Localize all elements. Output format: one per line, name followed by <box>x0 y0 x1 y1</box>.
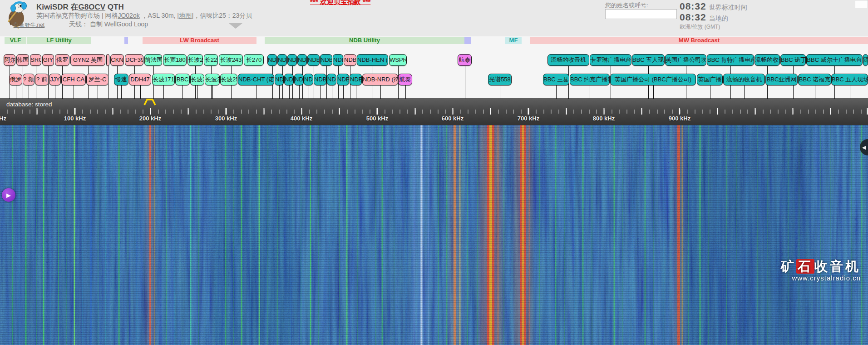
dx-label[interactable]: NDB-NRD (待 <box>362 74 398 85</box>
watermark: 矿石收音机 www.crystalradio.cn <box>781 259 861 283</box>
waterfall[interactable] <box>0 125 868 345</box>
dx-label[interactable]: 前法国 <box>144 54 162 66</box>
dx-label[interactable]: 长宽180 <box>163 54 187 66</box>
frequency-scale[interactable]: database: stored Hz100 kHz200 kHz300 kHz… <box>0 98 868 125</box>
dx-label[interactable]: ? 前 <box>35 74 49 85</box>
dx-label[interactable]: 航泰 <box>398 74 412 85</box>
dx-label[interactable]: 长270 <box>244 54 264 66</box>
dx-label[interactable]: BBC <box>175 74 190 85</box>
dx-label-stem <box>782 85 782 99</box>
dx-label[interactable]: ND <box>287 54 297 66</box>
dx-label[interactable]: WSPR <box>389 54 407 66</box>
dx-label[interactable]: BBC 诺福克 <box>798 74 831 85</box>
dx-label[interactable]: ND <box>267 54 277 66</box>
dx-label[interactable]: ND <box>297 54 307 66</box>
antenna-link[interactable]: 自制 WellGood Loop <box>90 20 148 28</box>
frequency-label: 300 kHz <box>215 115 237 122</box>
dx-label[interactable]: DDH47 <box>129 74 151 85</box>
dx-label[interactable]: ND <box>294 74 304 85</box>
passband-marker-icon[interactable] <box>143 98 157 106</box>
play-button[interactable]: ▶ <box>2 188 15 202</box>
dx-label[interactable]: NDB-HEN (亨 <box>357 54 388 66</box>
dx-label[interactable]: 英国广播公司 (BBC广播公司) <box>610 74 696 85</box>
band-bar[interactable] <box>464 37 471 44</box>
chevron-down-icon[interactable] <box>229 23 242 29</box>
dx-label[interactable]: 光谱558 <box>488 74 512 85</box>
dx-label[interactable]: 长波2 <box>205 74 220 85</box>
dx-label[interactable]: 卡罗琳广播电台 <box>590 54 631 66</box>
band-bar-mw-broadcast[interactable]: MW Broadcast <box>530 37 868 44</box>
band-bar-vlf[interactable]: VLF <box>5 37 26 44</box>
dx-label-stem <box>289 85 290 99</box>
dx-label[interactable]: 俄罗 <box>9 74 22 85</box>
dx-label[interactable]: 流畅的收音机 <box>547 54 589 66</box>
grid-link[interactable]: JO02ok <box>118 12 139 19</box>
frequency-label: 900 kHz <box>669 115 690 122</box>
dx-label[interactable]: 罗兰-C <box>86 74 108 85</box>
dx-label[interactable]: GYN2 英国 <box>70 54 105 66</box>
dx-label[interactable]: 长波25 <box>220 74 237 85</box>
dx-label[interactable]: ND <box>275 74 284 85</box>
dx-label[interactable]: BBC 威尔士广播电台 <box>806 54 863 66</box>
dx-label-stem <box>299 85 300 99</box>
dx-label[interactable]: ND <box>277 54 287 66</box>
copyright-link[interactable]: © 蓝野牛.net <box>14 21 44 29</box>
dx-label[interactable]: ND <box>304 74 313 85</box>
name-field-label: 您的姓名或呼号: <box>605 1 648 10</box>
dx-label-stem <box>98 85 98 99</box>
dx-label[interactable]: BBC 诺丁 <box>780 54 806 66</box>
dx-label[interactable]: DCF39 <box>125 54 143 66</box>
dx-label[interactable]: NDB <box>307 54 320 66</box>
dx-label[interactable]: BBC 肯特广播电台 <box>707 54 754 66</box>
band-bar[interactable] <box>124 37 128 44</box>
dx-label[interactable]: 英国广播公司坎 <box>665 54 706 66</box>
dx-label[interactable]: 长波2 <box>190 74 204 85</box>
dx-label[interactable]: NDB <box>344 54 356 66</box>
dx-label[interactable]: GIY <box>42 54 54 66</box>
dx-label[interactable]: CKN <box>110 54 124 66</box>
dx-label[interactable]: NDB <box>350 74 362 85</box>
dx-label[interactable] <box>106 54 109 66</box>
dx-label[interactable]: NDB <box>333 54 343 66</box>
dx-label[interactable]: CFH CA <box>61 74 86 85</box>
dx-label[interactable]: BBC 三县 <box>543 74 569 85</box>
dx-label[interactable]: 长波243 <box>219 54 243 66</box>
dx-label[interactable]: 流畅的收音机 <box>723 74 765 85</box>
dx-label[interactable]: NDB <box>337 74 349 85</box>
scrollbar[interactable] <box>855 0 868 8</box>
callsign-link[interactable]: G8OCV <box>79 3 106 11</box>
dx-label[interactable]: NDB-CHT (诺 <box>238 74 274 85</box>
donation-marquee[interactable]: *** 欢迎贝宝捐款 *** <box>310 0 370 6</box>
dx-label[interactable]: 长22 <box>204 54 218 66</box>
database-status: database: stored <box>6 101 52 108</box>
name-input[interactable] <box>605 9 677 19</box>
band-bar-lw-broadcast[interactable]: LW Broadcast <box>143 37 256 44</box>
dx-label[interactable]: ND <box>284 74 294 85</box>
band-bar-ndb-utility[interactable]: NDB Utility <box>265 37 464 44</box>
dx-label[interactable]: 长波2 <box>187 54 203 66</box>
dx-label[interactable]: NDB <box>320 54 332 66</box>
dx-label[interactable]: 航泰 <box>458 54 472 66</box>
dx-label[interactable]: BBC亚洲网 <box>765 74 798 85</box>
dx-label[interactable]: ND <box>327 74 336 85</box>
clock: 08:32世界标准时间 08:32当地的 欧洲/伦敦 (GMT) <box>680 1 747 31</box>
dx-label[interactable]: SRC <box>30 54 41 66</box>
dx-label[interactable]: 慢速 <box>114 74 128 85</box>
band-bar-mf[interactable]: MF <box>505 37 522 44</box>
dx-label[interactable]: BBC 五人现场 <box>831 74 868 85</box>
dx-label[interactable]: BBC 五人现场 <box>632 54 665 66</box>
dx-label[interactable]: 长波171 <box>152 74 175 85</box>
dx-label[interactable]: 韩国 <box>16 54 29 66</box>
dx-label[interactable]: ? 频 <box>23 74 35 85</box>
dx-label-stem <box>197 85 198 99</box>
dx-label[interactable]: BBC 约克广播电台 <box>570 74 610 85</box>
dx-label[interactable]: NDB- <box>314 74 326 85</box>
dx-label[interactable]: 流畅 <box>863 54 868 66</box>
dx-label[interactable]: 阿尔 <box>4 54 15 66</box>
dx-label[interactable]: 流畅的收音 <box>755 54 780 66</box>
map-link[interactable]: 地图 <box>179 12 192 19</box>
dx-label[interactable]: JJY <box>49 74 61 85</box>
dx-label[interactable]: 英国广播 <box>697 74 723 85</box>
band-bar-lf-utility[interactable]: LF Utility <box>27 37 91 44</box>
dx-label[interactable]: 俄罗 <box>55 54 69 66</box>
